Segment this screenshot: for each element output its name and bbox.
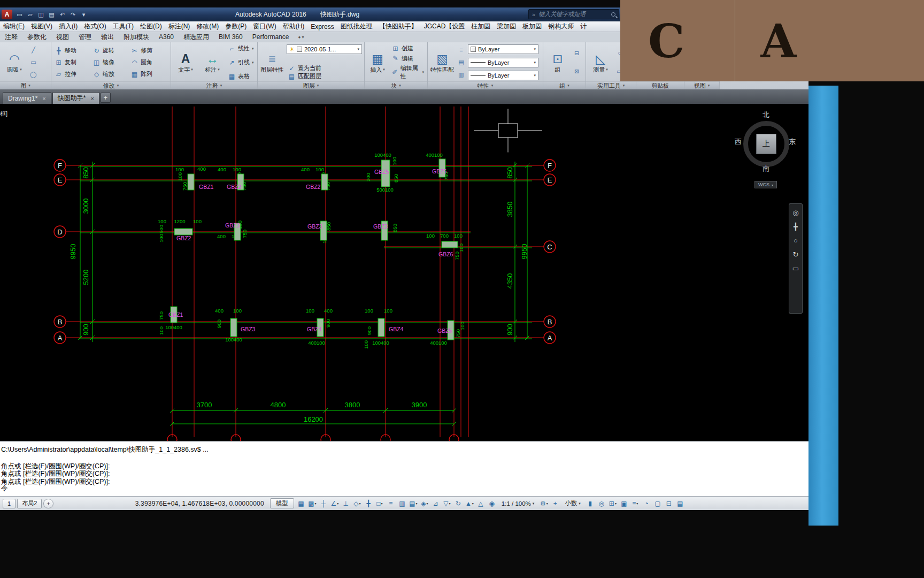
- file-tab[interactable]: 快图助手*×: [52, 92, 99, 104]
- wcs-dropdown[interactable]: WCS▾: [754, 181, 777, 188]
- group-mini-icon[interactable]: ⊠: [574, 68, 579, 75]
- tool-button[interactable]: ↻旋转: [91, 45, 129, 57]
- status-toggle-icon[interactable]: ⚙▾: [538, 498, 549, 508]
- status-toggle-icon[interactable]: ▢: [652, 498, 663, 508]
- navbar-icon[interactable]: ▭: [792, 264, 799, 272]
- ribbon-tab[interactable]: 注释: [0, 32, 22, 42]
- insert-block-button[interactable]: ▦ 插入▾: [367, 44, 388, 81]
- tool-button[interactable]: ▦表格: [227, 72, 255, 80]
- units-dropdown[interactable]: 小数▾: [562, 499, 583, 507]
- text-tool-button[interactable]: A 文字▾: [173, 44, 198, 81]
- ribbon-tab[interactable]: 精选应用: [179, 32, 214, 42]
- menu-item[interactable]: JGCAD【设置: [421, 22, 468, 31]
- model-space-button[interactable]: 模型: [270, 498, 294, 508]
- menu-item[interactable]: 板加固: [519, 22, 545, 31]
- status-toggle-icon[interactable]: ◉: [487, 498, 497, 508]
- menu-item[interactable]: 绘图(D): [137, 22, 165, 31]
- navbar-icon[interactable]: ╋: [794, 223, 798, 231]
- qat-button[interactable]: ↶: [57, 10, 67, 19]
- properties-mini-icon[interactable]: ▥: [458, 71, 464, 78]
- status-toggle-icon[interactable]: ◎: [596, 498, 607, 508]
- draw-mini-icon[interactable]: ◯: [30, 71, 36, 78]
- properties-mini-icon[interactable]: ▤: [458, 59, 464, 66]
- menu-item[interactable]: 计: [577, 22, 590, 31]
- status-toggle-icon[interactable]: ⊟: [664, 498, 674, 508]
- group-button[interactable]: ⊡ 组: [545, 44, 570, 81]
- layout-tab[interactable]: 1: [3, 499, 16, 508]
- layout-tab[interactable]: 布局2: [17, 499, 42, 508]
- panel-label-block[interactable]: 块▾: [365, 81, 427, 89]
- menu-item[interactable]: 帮助(H): [280, 22, 308, 31]
- tool-button[interactable]: ✎编辑: [390, 55, 425, 63]
- ribbon-tab[interactable]: 视图: [51, 32, 74, 42]
- file-tab[interactable]: Drawing1*×: [3, 92, 51, 104]
- draw-mini-icon[interactable]: ▭: [30, 59, 36, 66]
- status-toggle-icon[interactable]: ▥: [397, 498, 407, 508]
- panel-label-draw[interactable]: 图▾: [0, 81, 51, 89]
- panel-label-group[interactable]: 组▾: [543, 81, 586, 89]
- command-line-window[interactable]: C:\Users\Administrator\appdata\local\tem…: [0, 441, 808, 496]
- status-toggle-icon[interactable]: ≡: [386, 498, 396, 508]
- status-toggle-icon[interactable]: ∠▾: [329, 498, 340, 508]
- status-toggle-icon[interactable]: ▦: [296, 498, 306, 508]
- ribbon-tab[interactable]: A360: [154, 33, 179, 41]
- qat-button[interactable]: ↷: [68, 10, 78, 19]
- tool-button[interactable]: ✓置为当前: [287, 64, 362, 72]
- match-properties-button[interactable]: ▧ 特性匹配: [430, 44, 455, 81]
- help-search-box[interactable]: » 键入关键字或短语: [528, 9, 619, 19]
- ribbon-state-toggle-icon[interactable]: ● ▾: [298, 35, 304, 40]
- annotation-scale-dropdown[interactable]: 1:1 / 100%▾: [499, 500, 537, 507]
- layer-properties-button[interactable]: ≡ 图层特性: [260, 44, 284, 81]
- close-icon[interactable]: ×: [42, 95, 45, 102]
- menu-item[interactable]: 修改(M): [193, 22, 222, 31]
- app-menu-button[interactable]: A: [2, 10, 12, 19]
- navbar-icon[interactable]: ○: [794, 237, 798, 245]
- status-toggle-icon[interactable]: ⊥: [341, 498, 351, 508]
- tool-button[interactable]: ✂修剪: [129, 45, 167, 57]
- measure-button[interactable]: ◺ 测量▾: [588, 44, 613, 81]
- ribbon-tab[interactable]: Performance: [248, 33, 294, 41]
- panel-label-clipboard[interactable]: 剪贴板: [636, 81, 684, 89]
- panel-label-view[interactable]: 视图▾: [684, 81, 719, 89]
- tool-button[interactable]: ⌐线性▾: [227, 44, 255, 52]
- menu-item[interactable]: 参数(P): [222, 22, 250, 31]
- draw-mini-icon[interactable]: ╱: [32, 47, 35, 54]
- compass-south-label[interactable]: 南: [763, 164, 769, 173]
- navbar-icon[interactable]: ↻: [793, 250, 799, 258]
- qat-button[interactable]: ▤: [47, 10, 57, 19]
- navbar-icon[interactable]: ◎: [792, 209, 798, 217]
- panel-label-layer[interactable]: 图层▾: [258, 81, 364, 89]
- compass-west-label[interactable]: 西: [735, 137, 742, 147]
- search-icon[interactable]: [611, 12, 615, 17]
- tool-button[interactable]: ◠圆角: [129, 57, 167, 69]
- tool-button[interactable]: ╋移动: [53, 45, 91, 57]
- viewcube-top-face[interactable]: 上: [756, 134, 776, 154]
- layer-dropdown[interactable]: ☀ 2020-05-1... ▾: [287, 44, 362, 54]
- menu-item[interactable]: 图纸批处理: [337, 22, 376, 31]
- ribbon-tab[interactable]: BIM 360: [214, 33, 248, 41]
- tool-button[interactable]: ▤匹配图层: [287, 72, 362, 80]
- status-toggle-icon[interactable]: +: [550, 498, 560, 508]
- menu-item[interactable]: 钢构大师: [545, 22, 577, 31]
- menu-item[interactable]: 标注(N): [165, 22, 194, 31]
- tool-button[interactable]: ▦阵列: [129, 69, 167, 80]
- menu-item[interactable]: Express: [307, 23, 337, 31]
- panel-label-annotate[interactable]: 注释▾: [171, 81, 257, 89]
- status-toggle-icon[interactable]: ◇▾: [352, 498, 363, 508]
- viewcube[interactable]: 上 北 南 西 东 WCS▾: [736, 111, 796, 192]
- menu-item[interactable]: 工具(T): [110, 22, 137, 31]
- status-toggle-icon[interactable]: △: [475, 498, 486, 508]
- status-toggle-icon[interactable]: ◈▾: [419, 498, 430, 508]
- tool-button[interactable]: ▱拉伸: [53, 69, 91, 80]
- menu-item[interactable]: 视图(V): [28, 22, 56, 31]
- panel-label-properties[interactable]: 特性▾: [428, 81, 543, 89]
- tool-button[interactable]: ✐编辑属性▾: [390, 64, 425, 80]
- navigation-bar[interactable]: ◎╋○↻▭: [789, 203, 803, 314]
- status-toggle-icon[interactable]: ┼: [318, 498, 329, 508]
- dimension-tool-button[interactable]: ↔ 标注▾: [200, 44, 225, 81]
- status-toggle-icon[interactable]: ╋: [363, 498, 374, 508]
- tool-button[interactable]: ↗引线▾: [227, 58, 255, 66]
- tool-button[interactable]: ⊞复制: [53, 57, 91, 69]
- qat-button[interactable]: ▾: [79, 10, 89, 19]
- status-toggle-icon[interactable]: ⊿: [430, 498, 441, 508]
